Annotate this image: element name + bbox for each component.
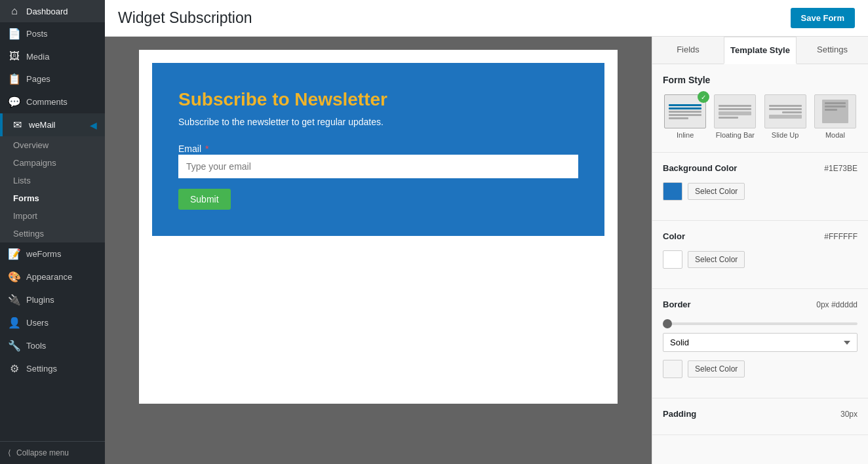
submit-button[interactable]: Submit xyxy=(178,189,231,210)
submenu-label: Import xyxy=(13,211,37,221)
form-style-title: Form Style xyxy=(663,75,858,85)
posts-icon: 📄 xyxy=(8,28,21,40)
pages-icon: 📋 xyxy=(8,73,21,85)
form-style-option-slide-up[interactable]: Slide Up xyxy=(763,94,808,139)
sidebar-item-settings[interactable]: ⚙ Settings xyxy=(0,357,105,380)
form-style-slide-up-label: Slide Up xyxy=(772,131,799,139)
form-preview: Subscribe to Newsletter Subscribe to the… xyxy=(152,63,604,236)
sidebar-item-media[interactable]: 🖼 Media xyxy=(0,45,105,68)
preview-area: Subscribe to Newsletter Subscribe to the… xyxy=(105,37,652,464)
border-section-header: Border 0px #ddddd xyxy=(663,300,858,309)
users-icon: 👤 xyxy=(8,317,21,329)
form-style-modal-label: Modal xyxy=(825,131,845,139)
background-color-picker-row: Select Color xyxy=(663,182,858,201)
save-form-button[interactable]: Save Form xyxy=(791,8,855,28)
sidebar-item-posts[interactable]: 📄 Posts xyxy=(0,22,105,45)
sidebar-submenu-item-campaigns[interactable]: Campaigns xyxy=(0,154,105,172)
sidebar-item-label: weMail xyxy=(29,120,55,130)
color-swatch[interactable] xyxy=(663,250,682,269)
preview-wrapper: Subscribe to Newsletter Subscribe to the… xyxy=(139,50,618,404)
form-style-slide-up-icon xyxy=(764,94,806,128)
submenu-label: Overview xyxy=(13,140,49,150)
sidebar-item-users[interactable]: 👤 Users xyxy=(0,311,105,334)
submenu-label: Forms xyxy=(13,193,39,203)
form-style-grid: ✓ Inline xyxy=(663,94,858,139)
padding-value: 30px xyxy=(840,410,858,419)
border-slider[interactable] xyxy=(663,322,858,325)
sidebar-item-appearance[interactable]: 🎨 Appearance xyxy=(0,265,105,288)
sidebar-submenu-item-forms[interactable]: Forms xyxy=(0,189,105,207)
form-style-option-floating-bar[interactable]: Floating Bar xyxy=(713,94,757,139)
sidebar-item-label: Media xyxy=(26,52,49,62)
sidebar-item-weforms[interactable]: 📝 weForms xyxy=(0,242,105,265)
sidebar-item-label: Pages xyxy=(26,74,50,84)
color-label: Color xyxy=(663,231,685,241)
border-color-swatch[interactable] xyxy=(663,360,682,378)
padding-label: Padding xyxy=(663,409,696,419)
sidebar-item-wemail[interactable]: ✉ weMail ◀ xyxy=(0,113,105,136)
submenu-label: Settings xyxy=(13,229,44,239)
border-section: Border 0px #ddddd Solid Dashed Dotted No… xyxy=(652,289,868,398)
sidebar: ⌂ Dashboard 📄 Posts 🖼 Media 📋 Pages 💬 Co… xyxy=(0,0,105,464)
sidebar-submenu-wemail: Overview Campaigns Lists Forms Import Se… xyxy=(0,136,105,242)
page-title: Widget Subscription xyxy=(118,9,252,27)
sidebar-item-comments[interactable]: 💬 Comments xyxy=(0,90,105,113)
border-style-select[interactable]: Solid Dashed Dotted None xyxy=(663,333,858,352)
form-style-option-modal[interactable]: Modal xyxy=(813,94,858,139)
sidebar-item-label: Tools xyxy=(26,341,46,351)
collapse-menu[interactable]: ⟨ Collapse menu xyxy=(0,441,105,464)
sidebar-item-label: weForms xyxy=(26,249,61,259)
plugins-icon: 🔌 xyxy=(8,294,21,306)
tab-fields[interactable]: Fields xyxy=(652,37,724,64)
main-area: Widget Subscription Save Form Subscribe … xyxy=(105,0,868,464)
color-value: #FFFFFF xyxy=(824,232,858,241)
sidebar-item-pages[interactable]: 📋 Pages xyxy=(0,68,105,90)
background-color-label: Background Color xyxy=(663,163,737,173)
sidebar-item-label: Comments xyxy=(26,97,68,107)
sidebar-submenu-item-overview[interactable]: Overview xyxy=(0,136,105,154)
checkmark-icon: ✓ xyxy=(698,91,709,103)
background-color-value: #1E73BE xyxy=(824,164,858,173)
tab-settings[interactable]: Settings xyxy=(797,37,868,64)
submenu-label: Lists xyxy=(13,176,31,185)
sidebar-submenu-item-import[interactable]: Import xyxy=(0,207,105,225)
required-marker: * xyxy=(205,144,208,154)
form-style-option-inline[interactable]: ✓ Inline xyxy=(663,94,707,139)
sidebar-item-dashboard[interactable]: ⌂ Dashboard xyxy=(0,0,105,22)
form-style-floating-bar-icon xyxy=(714,94,756,128)
sidebar-submenu-item-settings[interactable]: Settings xyxy=(0,225,105,242)
border-label: Border xyxy=(663,300,691,309)
sidebar-item-label: Users xyxy=(26,318,49,328)
color-select-color-button[interactable]: Select Color xyxy=(688,251,745,268)
submenu-label: Campaigns xyxy=(13,158,56,168)
sidebar-item-label: Settings xyxy=(26,364,57,374)
email-field-group: Email * xyxy=(178,143,578,189)
content-area: Subscribe to Newsletter Subscribe to the… xyxy=(105,37,868,464)
collapse-label: Collapse menu xyxy=(16,448,69,457)
border-color-picker-row: Select Color xyxy=(663,360,858,378)
sidebar-item-plugins[interactable]: 🔌 Plugins xyxy=(0,288,105,311)
color-picker-row: Select Color xyxy=(663,250,858,269)
sidebar-submenu-item-lists[interactable]: Lists xyxy=(0,172,105,189)
sidebar-item-label: Dashboard xyxy=(26,7,68,16)
dashboard-icon: ⌂ xyxy=(8,5,21,17)
form-style-modal-icon xyxy=(814,94,856,128)
email-field-label: Email * xyxy=(178,144,208,154)
border-select-color-button[interactable]: Select Color xyxy=(688,360,745,377)
sidebar-item-label: Appearance xyxy=(26,272,72,282)
form-preview-description: Subscribe to the newsletter to get regul… xyxy=(178,117,578,127)
media-icon: 🖼 xyxy=(8,50,21,62)
background-color-swatch[interactable] xyxy=(663,182,682,201)
comments-icon: 💬 xyxy=(8,96,21,108)
background-color-section: Background Color #1E73BE Select Color xyxy=(652,153,868,221)
panel-tabs: Fields Template Style Settings xyxy=(652,37,868,64)
background-select-color-button[interactable]: Select Color xyxy=(688,183,745,200)
padding-row: Padding 30px xyxy=(663,409,858,419)
form-style-floating-bar-label: Floating Bar xyxy=(716,131,755,139)
form-style-inline-label: Inline xyxy=(677,131,694,139)
sidebar-item-tools[interactable]: 🔧 Tools xyxy=(0,334,105,357)
appearance-icon: 🎨 xyxy=(8,271,21,283)
form-style-inline-icon: ✓ xyxy=(664,94,706,128)
tab-template-style[interactable]: Template Style xyxy=(724,37,797,64)
email-input[interactable] xyxy=(178,155,578,178)
